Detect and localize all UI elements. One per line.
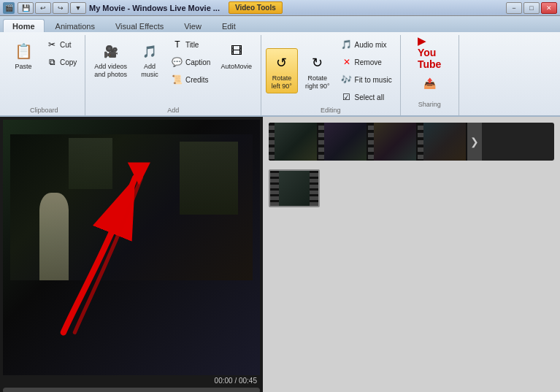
film-frame-1[interactable] [269, 123, 318, 161]
film-frame-inner-2 [324, 123, 368, 161]
video-preview-panel: 00:00 / 00:45 ◀ ▶ ▶| [0, 117, 263, 392]
quick-access-toolbar: 💾 ↩ ↪ ▼ [18, 2, 86, 14]
fit-to-music-label: Fit to music [355, 76, 392, 84]
sharing-more-button[interactable]: 📤 [413, 69, 445, 98]
film-frame-inner-1 [275, 123, 318, 161]
add-group: 🎥 Add videos and photos 🎵 Add music T Ti… [85, 35, 261, 115]
film-holes-4 [418, 123, 423, 161]
automovie-button[interactable]: 🎞 AutoMovie [216, 36, 256, 74]
add-buttons: 🎥 Add videos and photos 🎵 Add music T Ti… [90, 36, 256, 105]
title-caption-col: T Title 💬 Caption 📜 Credits [168, 36, 214, 88]
sharing-group: ▶ YouTube 📤 Sharing [401, 35, 459, 115]
video-time-display: 00:00 / 00:45 [3, 375, 260, 386]
paste-icon: 📋 [12, 39, 35, 63]
close-button[interactable]: ✕ [541, 2, 557, 14]
add-videos-icon: 🎥 [99, 39, 123, 63]
caption-icon: 💬 [172, 56, 183, 68]
quick-redo-btn[interactable]: ↪ [53, 2, 69, 14]
audio-mix-icon: 🎵 [341, 39, 353, 50]
video-canvas[interactable] [3, 120, 260, 375]
title-label: Title [185, 41, 199, 49]
clipboard-buttons: 📋 Paste ✂ Cut ⧉ Copy [7, 36, 80, 105]
audio-mix-button[interactable]: 🎵 Audio mix [337, 36, 391, 53]
select-all-button[interactable]: ☑ Select all [337, 89, 388, 105]
film-frame-inner-4 [423, 123, 467, 161]
remove-icon: ✕ [341, 56, 353, 68]
film-frame-4[interactable] [418, 123, 467, 161]
sharing-group-label: Sharing [418, 99, 441, 108]
add-videos-button[interactable]: 🎥 Add videos and photos [90, 36, 131, 82]
add-videos-label: Add videos and photos [94, 63, 127, 79]
rotate-right-button[interactable]: ↻ Rotate right 90° [301, 48, 334, 93]
title-bar-left: 🎬 💾 ↩ ↪ ▼ My Movie - Windows Live Movie … [3, 1, 283, 14]
fit-music-icon: 🎶 [341, 74, 353, 85]
fit-music-row: 🎶 Fit to music [337, 72, 396, 88]
select-all-row: ☑ Select all [337, 89, 396, 105]
video-tools-tab[interactable]: Video Tools [229, 1, 283, 14]
credits-label: Credits [185, 76, 209, 84]
film-strip-main: ❯ [269, 123, 554, 161]
automovie-label: AutoMovie [220, 63, 252, 71]
thumb-strip [269, 166, 554, 210]
cut-copy-col: ✂ Cut ⧉ Copy [42, 36, 80, 70]
editing-right-panel: 🎵 Audio mix ✕ Remove 🎶 Fit to mu [337, 36, 396, 105]
person-silhouette [39, 193, 69, 280]
thumb-item-1[interactable] [269, 169, 320, 207]
copy-label: Copy [60, 58, 77, 66]
audio-mix-label: Audio mix [355, 41, 387, 49]
ribbon: Home Animations Visual Effects View Edit… [0, 16, 560, 117]
film-frame-inner-3 [374, 123, 418, 161]
quick-undo-btn[interactable]: ↩ [35, 2, 51, 14]
rotate-left-button[interactable]: ↺ Rotate left 90° [266, 48, 298, 93]
editing-group-label: Editing [321, 105, 341, 114]
tab-animations[interactable]: Animations [46, 19, 104, 32]
add-music-button[interactable]: 🎵 Add music [134, 36, 166, 82]
minimize-button[interactable]: − [506, 2, 522, 14]
caption-button[interactable]: 💬 Caption [168, 54, 214, 70]
scene-content [10, 134, 253, 280]
tab-edit[interactable]: Edit [212, 19, 245, 32]
rotate-right-label: Rotate right 90° [305, 74, 330, 91]
remove-row: ✕ Remove [337, 54, 396, 70]
tab-visual-effects[interactable]: Visual Effects [106, 19, 173, 32]
window-title: My Movie - Windows Live Movie ... [89, 4, 220, 12]
film-frame-3[interactable] [368, 123, 418, 161]
background-object [180, 142, 238, 215]
tab-home[interactable]: Home [3, 19, 45, 32]
paste-button[interactable]: 📋 Paste [7, 36, 39, 74]
youtube-icon: ▶ YouTube [418, 41, 441, 64]
fit-to-music-button[interactable]: 🎶 Fit to music [337, 72, 396, 88]
add-music-icon: 🎵 [138, 39, 161, 63]
title-button[interactable]: T Title [168, 36, 214, 53]
credits-icon: 📜 [172, 74, 183, 85]
add-group-label: Add [167, 105, 179, 114]
sharing-more-icon: 📤 [418, 72, 441, 95]
quick-menu-btn[interactable]: ▼ [70, 2, 86, 14]
maximize-button[interactable]: □ [523, 2, 540, 14]
select-all-icon: ☑ [341, 91, 353, 103]
sharing-content: ▶ YouTube 📤 [412, 36, 447, 99]
cut-label: Cut [60, 41, 72, 49]
copy-button[interactable]: ⧉ Copy [42, 54, 80, 70]
copy-icon: ⧉ [46, 56, 58, 68]
film-strip-next-btn[interactable]: ❯ [467, 123, 482, 161]
cut-button[interactable]: ✂ Cut [42, 36, 80, 53]
ribbon-tab-bar: Home Animations Visual Effects View Edit [0, 16, 560, 32]
youtube-button[interactable]: ▶ YouTube [413, 38, 445, 67]
film-frame-2[interactable] [318, 123, 368, 161]
video-progress-bar-container[interactable] [3, 388, 260, 392]
main-content: 00:00 / 00:45 ◀ ▶ ▶| [0, 117, 560, 392]
background-object-2 [69, 138, 112, 189]
clipboard-group: 📋 Paste ✂ Cut ⧉ Copy Clipboard [3, 35, 85, 115]
quick-save-btn[interactable]: 💾 [18, 2, 34, 14]
caption-label: Caption [185, 58, 210, 66]
tab-view[interactable]: View [174, 19, 211, 32]
remove-button[interactable]: ✕ Remove [337, 54, 386, 70]
film-holes-2 [318, 123, 324, 161]
rotate-right-icon: ↻ [306, 51, 329, 74]
title-icon: T [172, 39, 183, 50]
credits-button[interactable]: 📜 Credits [168, 72, 214, 88]
film-holes-1 [269, 123, 275, 161]
editing-buttons: ↺ Rotate left 90° ↻ Rotate right 90° 🎵 A… [266, 36, 396, 105]
app-icon: 🎬 [3, 2, 15, 14]
